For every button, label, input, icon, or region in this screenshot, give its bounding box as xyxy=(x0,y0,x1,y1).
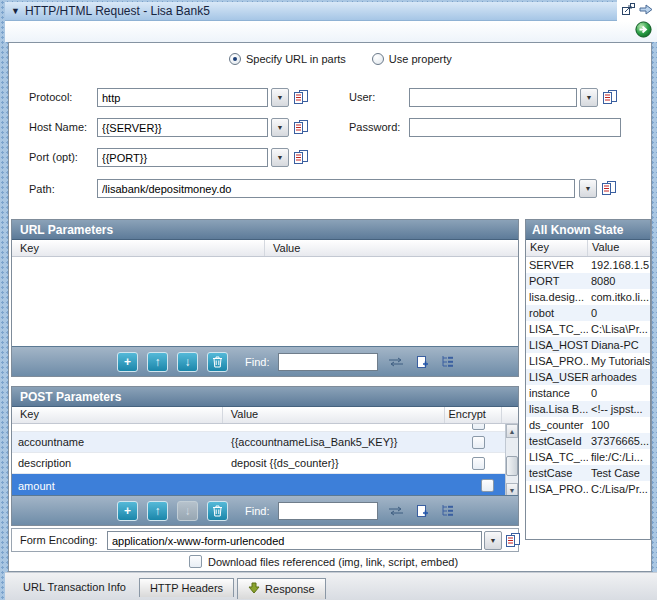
all-known-state-panel: All Known State Key Value SERVER 192.168… xyxy=(525,219,651,540)
radio-use-property[interactable]: Use property xyxy=(372,53,452,65)
url-value-column-header[interactable]: Value xyxy=(265,240,518,256)
state-row[interactable]: LISA_PRO... C:/Lisa/Pr... xyxy=(526,481,650,497)
all-known-state-header: All Known State xyxy=(526,220,650,240)
window-title: HTTP/HTML Request - Lisa Bank5 xyxy=(25,4,210,18)
tab-url-transaction-info[interactable]: URL Transaction Info xyxy=(13,578,136,596)
post-table-scrollbar[interactable]: ▲ ▼ xyxy=(505,424,518,497)
state-key-column-header[interactable]: Key xyxy=(526,240,588,256)
state-value: 0 xyxy=(588,387,650,399)
state-row[interactable]: lisa.Lisa B... <!-- jspst... xyxy=(526,401,650,417)
scroll-thumb[interactable] xyxy=(506,456,518,476)
encrypt-checkbox[interactable] xyxy=(472,424,485,430)
encrypt-checkbox[interactable] xyxy=(472,436,485,449)
url-parameters-header: URL Parameters xyxy=(12,220,518,240)
state-row[interactable]: PORT 8080 xyxy=(526,273,650,289)
url-move-up-button[interactable]: ↑ xyxy=(147,352,168,372)
post-row-amount-selected[interactable]: amount {{ds_counter}} ▼ xyxy=(12,474,507,497)
password-input[interactable] xyxy=(409,118,621,137)
form-encoding-dropdown-button[interactable]: ▼ xyxy=(484,531,502,550)
url-move-down-button[interactable]: ↓ xyxy=(177,352,198,372)
state-key: LISA_PRO... xyxy=(526,355,588,367)
path-input[interactable] xyxy=(97,179,575,198)
host-dropdown-button[interactable]: ▼ xyxy=(271,118,289,137)
state-row[interactable]: testCase Test Case xyxy=(526,465,650,481)
go-execute-icon[interactable] xyxy=(635,21,652,42)
scroll-up-button[interactable]: ▲ xyxy=(506,424,518,438)
next-step-arrow-icon[interactable] xyxy=(639,2,654,20)
state-row[interactable]: lisa.desig... com.itko.li... xyxy=(526,289,650,305)
post-row-description[interactable]: description deposit {{ds_counter}} xyxy=(12,453,507,474)
password-label: Password: xyxy=(349,121,400,133)
detach-window-icon[interactable] xyxy=(621,2,636,20)
url-parameters-table-body[interactable] xyxy=(12,257,518,346)
post-value-column-header[interactable]: Value xyxy=(223,407,445,423)
tab-response[interactable]: Response xyxy=(237,578,326,599)
radio-specify-label: Specify URL in parts xyxy=(246,53,346,65)
state-value-column-header[interactable]: Value xyxy=(588,240,650,256)
download-files-option[interactable]: Download files referenced (img, link, sc… xyxy=(189,555,458,568)
port-input[interactable] xyxy=(97,148,268,167)
protocol-input[interactable] xyxy=(97,88,268,107)
post-key-cell: accountname xyxy=(12,436,225,448)
url-find-direction-icon[interactable] xyxy=(387,355,404,369)
protocol-dropdown-button[interactable]: ▼ xyxy=(271,88,289,107)
state-row[interactable]: testCaseId 37376665... xyxy=(526,433,650,449)
port-dropdown-button[interactable]: ▼ xyxy=(271,148,289,167)
form-encoding-input[interactable] xyxy=(107,531,482,550)
post-find-input[interactable] xyxy=(278,502,378,520)
post-row-clipped[interactable] xyxy=(12,424,507,432)
state-value: 0 xyxy=(588,307,650,319)
state-row[interactable]: LISA_PRO... My Tutorials xyxy=(526,353,650,369)
download-files-checkbox[interactable] xyxy=(189,555,202,568)
path-dropdown-button[interactable]: ▼ xyxy=(579,179,597,198)
user-property-icon[interactable] xyxy=(602,89,618,105)
path-property-icon[interactable] xyxy=(601,180,617,196)
user-dropdown-button[interactable]: ▼ xyxy=(580,88,598,107)
post-row-accountname[interactable]: accountname {{accountnameLisa_Bank5_KEY}… xyxy=(12,432,507,453)
url-find-label: Find: xyxy=(245,356,269,368)
post-copy-page-icon[interactable] xyxy=(413,504,430,518)
encrypt-checkbox[interactable] xyxy=(472,457,485,470)
radio-specify-url-in-parts[interactable]: Specify URL in parts xyxy=(229,53,346,65)
post-tree-view-icon[interactable] xyxy=(439,504,456,518)
url-tree-view-icon[interactable] xyxy=(439,355,456,369)
title-bar[interactable]: ▼ HTTP/HTML Request - Lisa Bank5 xyxy=(5,2,617,21)
url-find-input[interactable] xyxy=(278,353,378,371)
host-input[interactable] xyxy=(97,118,268,137)
post-parameters-table-body: accountname {{accountnameLisa_Bank5_KEY}… xyxy=(12,424,518,497)
post-encrypt-column-header[interactable]: Encrypt xyxy=(445,407,502,423)
post-find-direction-icon[interactable] xyxy=(387,504,404,518)
state-key: testCaseId xyxy=(526,435,588,447)
tab-http-headers[interactable]: HTTP Headers xyxy=(139,578,234,597)
protocol-property-icon[interactable] xyxy=(293,89,309,105)
state-row[interactable]: LISA_USER arhoades xyxy=(526,369,650,385)
user-label: User: xyxy=(349,91,375,103)
post-add-button[interactable]: + xyxy=(117,501,138,521)
url-key-column-header[interactable]: Key xyxy=(12,240,265,256)
post-delete-button[interactable] xyxy=(207,501,228,521)
url-add-button[interactable]: + xyxy=(117,352,138,372)
post-key-column-header[interactable]: Key xyxy=(12,407,223,423)
state-row[interactable]: ds_counter 100 xyxy=(526,417,650,433)
form-encoding-property-icon[interactable] xyxy=(505,532,521,548)
state-row[interactable]: instance 0 xyxy=(526,385,650,401)
state-row[interactable]: LISA_TC_... C:\Lisa\Pr... xyxy=(526,321,650,337)
state-row[interactable]: SERVER 192.168.1.5 xyxy=(526,257,650,273)
state-row[interactable]: LISA_TC_... file:/C:/Li... xyxy=(526,449,650,465)
state-row[interactable]: robot 0 xyxy=(526,305,650,321)
state-key: lisa.desig... xyxy=(526,291,588,303)
response-arrow-icon xyxy=(248,582,260,596)
post-find-label: Find: xyxy=(245,505,269,517)
post-move-up-button[interactable]: ↑ xyxy=(147,501,168,521)
host-property-icon[interactable] xyxy=(293,119,309,135)
url-copy-page-icon[interactable] xyxy=(413,355,430,369)
collapse-icon[interactable]: ▼ xyxy=(11,6,20,16)
port-property-icon[interactable] xyxy=(293,149,309,165)
user-input[interactable] xyxy=(409,88,577,107)
state-key: SERVER xyxy=(526,259,588,271)
url-delete-button[interactable] xyxy=(207,352,228,372)
state-value: C:/Lisa/Pr... xyxy=(588,483,650,495)
encrypt-checkbox[interactable] xyxy=(481,479,494,492)
state-row[interactable]: LISA_HOST Diana-PC xyxy=(526,337,650,353)
download-files-label: Download files referenced (img, link, sc… xyxy=(208,556,458,568)
